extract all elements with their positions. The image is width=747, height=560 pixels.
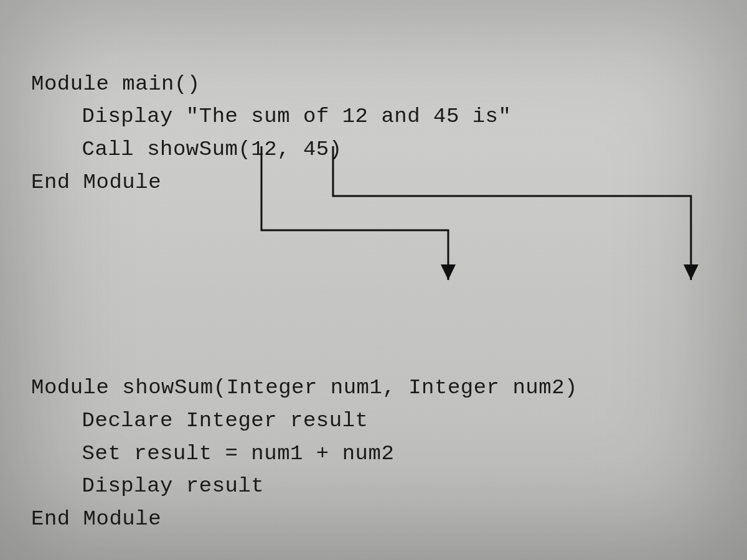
declare-line: Declare Integer result bbox=[82, 409, 369, 432]
page: Module main() Display "The sum of 12 and… bbox=[0, 0, 747, 560]
module-main-header: Module main() bbox=[31, 72, 200, 96]
module-main-block: Module main() Display "The sum of 12 and… bbox=[31, 35, 735, 198]
module-showsum-end: End Module bbox=[31, 507, 161, 531]
spacer bbox=[31, 198, 735, 338]
display-result-line: Display result bbox=[82, 474, 265, 498]
module-showsum-block: Module showSum(Integer num1, Integer num… bbox=[31, 338, 735, 535]
set-line: Set result = num1 + num2 bbox=[82, 442, 395, 465]
display-keyword: Display bbox=[82, 105, 186, 128]
display-string-literal: "The sum of 12 and 45 is" bbox=[186, 105, 512, 128]
module-main-end: End Module bbox=[31, 170, 161, 194]
call-showsum-line: Call showSum(12, 45) bbox=[82, 138, 342, 161]
module-showsum-header: Module showSum(Integer num1, Integer num… bbox=[31, 376, 578, 399]
